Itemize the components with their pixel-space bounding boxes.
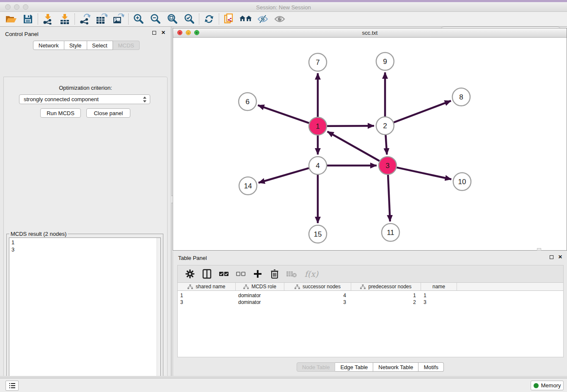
list-icon: [9, 383, 16, 389]
open-session-icon[interactable]: [3, 13, 19, 25]
network-graph-canvas[interactable]: 7968124314101511: [173, 38, 567, 250]
node-label: 4: [316, 162, 319, 170]
network-window-titlebar[interactable]: × − + scc.txt: [173, 28, 567, 38]
home-layout-icon[interactable]: [237, 13, 254, 25]
close-panel-button[interactable]: Close panel: [86, 108, 130, 118]
column-header-successor-nodes[interactable]: successor nodes: [284, 283, 351, 290]
node-label: 2: [383, 122, 387, 130]
node-label: 14: [244, 182, 252, 190]
zoom-in-icon[interactable]: [130, 13, 147, 25]
close-table-panel-icon[interactable]: ✕: [557, 254, 563, 260]
duplicate-network-icon[interactable]: [220, 13, 237, 25]
refresh-view-icon[interactable]: [201, 13, 217, 25]
graph-edge-1-2[interactable]: [327, 126, 374, 126]
column-header-predecessor-nodes[interactable]: predecessor nodes: [351, 283, 421, 290]
cell-mcds-role: dominator: [236, 292, 284, 299]
gear-icon[interactable]: [184, 268, 195, 279]
task-history-button[interactable]: [6, 381, 19, 391]
graph-edge-1-6[interactable]: [258, 105, 309, 123]
mcds-result-list[interactable]: 1 3: [9, 237, 161, 392]
columns-icon[interactable]: [201, 268, 212, 279]
export-table-icon[interactable]: [93, 13, 110, 25]
table-toolbar: f(x): [177, 265, 564, 283]
tab-node-table[interactable]: Node Table: [297, 362, 336, 372]
graph-node-7[interactable]: 7: [309, 53, 327, 71]
optimization-criterion-label: Optimization criterion:: [4, 85, 167, 91]
graph-node-9[interactable]: 9: [376, 52, 394, 70]
column-type-icon: [295, 284, 300, 289]
toolbar-separator: [128, 14, 129, 25]
tab-network[interactable]: Network: [33, 41, 64, 50]
graph-node-3[interactable]: 3: [379, 157, 396, 174]
save-session-icon[interactable]: [19, 13, 36, 25]
deselect-all-icon[interactable]: [235, 268, 246, 279]
graph-node-2[interactable]: 2: [376, 117, 394, 135]
graph-node-10[interactable]: 10: [453, 173, 471, 190]
table-panel: Table Panel ✕ f(x) s: [173, 252, 567, 376]
graph-edge-3-11[interactable]: [388, 175, 390, 221]
column-type-icon: [360, 284, 366, 289]
tab-motifs[interactable]: Motifs: [418, 362, 444, 372]
zoom-fit-icon[interactable]: [164, 13, 181, 25]
column-header-name[interactable]: name: [421, 283, 457, 290]
memory-status-icon: [534, 383, 539, 388]
tab-edge-table[interactable]: Edge Table: [335, 362, 373, 372]
column-header-mcds-role[interactable]: MCDS role: [236, 283, 284, 290]
show-eye-icon[interactable]: [271, 13, 288, 25]
add-row-icon[interactable]: [252, 268, 263, 279]
table-panel-title: Table Panel: [178, 255, 207, 261]
result-scrollbar[interactable]: [157, 238, 160, 392]
graph-node-6[interactable]: 6: [239, 93, 256, 110]
delete-table-icon[interactable]: [286, 268, 297, 279]
tab-network-table[interactable]: Network Table: [373, 362, 418, 372]
header-filler: [457, 283, 563, 290]
toolbar-separator: [74, 14, 75, 25]
node-table: shared name MCDS role successor nodes pr…: [177, 283, 564, 357]
export-network-icon[interactable]: [76, 13, 93, 25]
cell-predecessor-nodes: 1: [351, 292, 421, 299]
column-header-shared-name[interactable]: shared name: [178, 283, 236, 290]
table-row[interactable]: 3 dominator 3 2 3: [178, 299, 563, 306]
float-table-panel-icon[interactable]: [550, 254, 556, 260]
graph-edge-2-8[interactable]: [394, 101, 451, 122]
optimization-criterion-select[interactable]: strongly connected component: [19, 94, 150, 104]
memory-button[interactable]: Memory: [531, 381, 564, 390]
graph-node-4[interactable]: 4: [309, 157, 327, 174]
graph-node-1[interactable]: 1: [309, 117, 327, 135]
main-toolbar: [0, 12, 567, 27]
cell-successor-nodes: 3: [284, 299, 351, 306]
graph-node-15[interactable]: 15: [309, 225, 327, 243]
mcds-tab-content: Optimization criterion: strongly connect…: [3, 77, 168, 392]
graph-edge-4-14[interactable]: [259, 168, 309, 183]
graph-edge-3-10[interactable]: [397, 168, 451, 179]
export-image-icon[interactable]: [110, 13, 127, 25]
float-panel-icon[interactable]: [152, 30, 158, 36]
zoom-out-icon[interactable]: [147, 13, 164, 25]
zoom-selected-icon[interactable]: [181, 13, 198, 25]
tab-mcds[interactable]: MCDS: [113, 41, 140, 50]
cell-predecessor-nodes: 2: [351, 299, 421, 306]
cell-name: 3: [421, 299, 457, 306]
graph-edge-3-1[interactable]: [328, 132, 380, 161]
delete-icon[interactable]: [269, 268, 280, 279]
tab-select[interactable]: Select: [87, 41, 113, 50]
node-label: 7: [316, 58, 319, 66]
import-network-icon[interactable]: [39, 13, 56, 25]
tab-style[interactable]: Style: [64, 41, 87, 50]
graph-node-14[interactable]: 14: [239, 177, 257, 195]
graph-node-8[interactable]: 8: [452, 88, 470, 106]
network-resize-grip[interactable]: [537, 248, 541, 251]
table-row[interactable]: 1 dominator 4 1 1: [178, 292, 563, 299]
select-all-icon[interactable]: [218, 268, 229, 279]
run-mcds-button[interactable]: Run MCDS: [40, 108, 81, 118]
cell-successor-nodes: 4: [284, 292, 351, 299]
close-panel-icon[interactable]: ✕: [160, 30, 166, 36]
import-table-icon[interactable]: [56, 13, 73, 25]
table-header-row: shared name MCDS role successor nodes pr…: [178, 283, 563, 291]
graph-edge-2-3[interactable]: [385, 135, 387, 155]
network-window-title: scc.txt: [173, 30, 567, 36]
hide-eye-icon[interactable]: [254, 13, 271, 25]
column-type-icon: [243, 284, 249, 289]
graph-node-11[interactable]: 11: [382, 224, 399, 241]
function-builder-icon[interactable]: f(x): [303, 268, 320, 279]
